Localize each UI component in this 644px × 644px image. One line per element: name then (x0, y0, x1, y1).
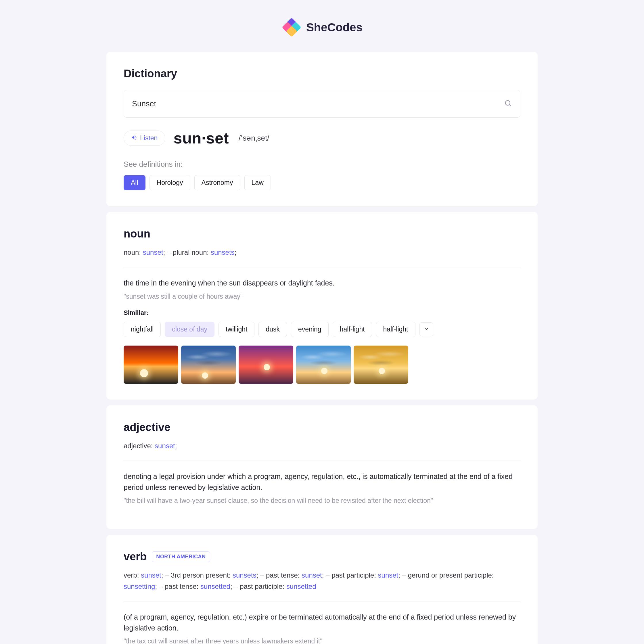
verb-example: "the tax cut will sunset after three yea… (124, 637, 520, 644)
adjective-definition: denoting a legal provision under which a… (124, 471, 520, 493)
similar-chips: nightfallclose of daytwillightduskevenin… (124, 322, 520, 337)
similar-chip[interactable]: dusk (258, 322, 287, 337)
listen-label: Listen (140, 134, 158, 142)
search-input[interactable] (132, 99, 504, 108)
brand-header: SheCodes (106, 17, 538, 37)
category-chip-astronomy[interactable]: Astronomy (194, 175, 240, 190)
noun-card: noun noun: sunset; – plural noun: sunset… (106, 212, 538, 400)
headword-row: Listen sun·set /ˈsənˌset/ (124, 129, 520, 147)
sunset-image-1[interactable] (124, 346, 178, 384)
verb-card: verb NORTH AMERICAN verb: sunset; – 3rd … (106, 535, 538, 644)
headword: sun·set (173, 129, 229, 147)
expand-similar-button[interactable] (419, 322, 433, 336)
category-chip-all[interactable]: All (124, 175, 145, 190)
search-field-wrap (124, 90, 520, 118)
svg-point-4 (505, 101, 510, 105)
verb-forms: verb: sunset; – 3rd person present: suns… (124, 570, 520, 592)
chevron-down-icon (424, 326, 429, 331)
pos-title-verb: verb (124, 551, 147, 563)
sunset-image-3[interactable] (239, 346, 293, 384)
similar-chip[interactable]: evening (291, 322, 329, 337)
brand-logo-icon (281, 17, 302, 37)
adjective-example: "the bill will have a two-year sunset cl… (124, 497, 520, 505)
brand-name: SheCodes (306, 21, 363, 34)
divider (124, 267, 520, 267)
sunset-image-2[interactable] (181, 346, 236, 384)
noun-example: "sunset was still a couple of hours away… (124, 293, 520, 300)
audio-icon (131, 134, 137, 142)
sunset-image-5[interactable] (354, 346, 408, 384)
svg-line-5 (509, 105, 511, 106)
region-chip: NORTH AMERICAN (152, 551, 210, 562)
similar-chip[interactable]: half-light (376, 322, 415, 337)
category-chips: AllHorologyAstronomyLaw (124, 175, 520, 190)
pos-title-adjective: adjective (124, 421, 520, 434)
similar-chip[interactable]: half-light (333, 322, 372, 337)
category-chip-law[interactable]: Law (244, 175, 271, 190)
image-results (124, 346, 520, 384)
adjective-forms: adjective: sunset; (124, 440, 520, 451)
similar-chip[interactable]: close of day (165, 322, 214, 337)
page-title: Dictionary (124, 68, 520, 80)
noun-forms: noun: sunset; – plural noun: sunsets; (124, 247, 520, 258)
see-definitions-label: See definitions in: (124, 160, 520, 169)
listen-button[interactable]: Listen (124, 131, 165, 146)
pos-title-noun: noun (124, 228, 520, 240)
similar-label: Similiar: (124, 309, 520, 317)
divider (124, 461, 520, 461)
similar-chip[interactable]: twillight (219, 322, 254, 337)
similar-chip[interactable]: nightfall (124, 322, 161, 337)
search-icon[interactable] (504, 99, 512, 108)
pronunciation: /ˈsənˌset/ (239, 134, 269, 143)
verb-definition: (of a program, agency, regulation, etc.)… (124, 612, 520, 633)
category-chip-horology[interactable]: Horology (149, 175, 190, 190)
divider (124, 601, 520, 601)
sunset-image-4[interactable] (296, 346, 351, 384)
adjective-card: adjective adjective: sunset; denoting a … (106, 405, 538, 529)
noun-definition: the time in the evening when the sun dis… (124, 278, 520, 289)
dictionary-card: Dictionary Listen sun·set /ˈsənˌset/ See… (106, 52, 538, 206)
